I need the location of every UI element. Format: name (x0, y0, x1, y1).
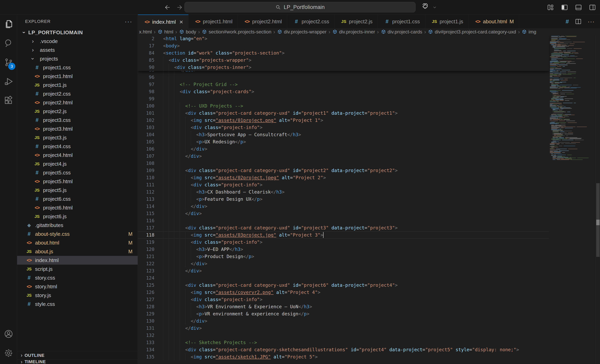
tab-about.html[interactable]: <>about.htmlM (469, 15, 519, 28)
file-item-project3.js[interactable]: JSproject3.js (17, 133, 138, 142)
command-center-search[interactable]: LP_Portfoliomain (185, 2, 415, 12)
file-item-project1.js[interactable]: JSproject1.js (17, 81, 138, 89)
toggle-primary-sidebar-icon[interactable] (561, 4, 568, 11)
file-item-project2.js[interactable]: JSproject2.js (17, 107, 138, 116)
code-line[interactable]: 119 <div class="project-info"> (138, 239, 549, 246)
file-item-.vscode[interactable]: ›.vscode (17, 37, 138, 46)
split-editor-icon[interactable] (575, 18, 582, 25)
customize-layout-icon[interactable] (547, 4, 554, 11)
toggle-panel-icon[interactable] (575, 4, 582, 11)
code-line[interactable]: 123 </div> (138, 267, 549, 274)
tab-project2.html[interactable]: <>project2.html (238, 15, 287, 28)
code-line[interactable]: 122 </div> (138, 260, 549, 267)
tab-project1.js[interactable]: JSproject1.js (425, 15, 469, 28)
sticky-line[interactable]: 84<section id="work" class="projects-sec… (138, 49, 549, 56)
file-item-project6.html[interactable]: <>project6.html (17, 203, 138, 212)
file-item-project2.html[interactable]: <>project2.html (17, 98, 138, 107)
outline-section-header[interactable]: › OUTLINE (17, 351, 138, 359)
file-item-index.html[interactable]: <>index.html (17, 256, 138, 265)
code-line[interactable]: 109 <div class="project-card category-ux… (138, 167, 549, 174)
code-line[interactable]: 115 </div> (138, 210, 549, 217)
code-line[interactable]: 135 <img src="assets/sketch1.JPG" alt="P… (138, 353, 549, 360)
code-line[interactable]: 106 </div> (138, 145, 549, 152)
sticky-line[interactable]: 17<body> (138, 42, 549, 49)
breadcrumb-item[interactable]: div.projects-wrapper (277, 29, 327, 35)
activity-search[interactable] (0, 34, 17, 53)
tab-project2.js[interactable]: JSproject2.js (335, 15, 378, 28)
file-item-project3.css[interactable]: #project3.css (17, 116, 138, 124)
file-item-project4.js[interactable]: JSproject4.js (17, 159, 138, 168)
file-item-.gitattributes[interactable]: ◆.gitattributes (17, 221, 138, 230)
file-item-project3.html[interactable]: <>project3.html (17, 124, 138, 133)
chevron-down-icon[interactable] (432, 5, 437, 10)
file-item-story.html[interactable]: <>story.html (17, 282, 138, 291)
tab-project2.css[interactable]: #project2.css (287, 15, 335, 28)
minimap[interactable] (549, 35, 596, 364)
breadcrumb-item[interactable]: img (522, 29, 536, 35)
activity-run-debug[interactable] (0, 72, 17, 91)
file-item-story.js[interactable]: JSstory.js (17, 291, 138, 300)
sticky-line[interactable]: 90 <div class="projects-inner"> (138, 64, 549, 71)
code-line[interactable]: 112 <h3>CX Dashboard – Clearisk</h3> (138, 188, 549, 196)
code-line[interactable]: 104 <h3>Sportscove App – Consultcraft</h… (138, 131, 549, 138)
hash-action-icon[interactable]: # (565, 18, 569, 25)
sticky-scroll[interactable]: 2<html lang="en">17<body>84<section id="… (138, 35, 549, 71)
code-line[interactable]: 124 (138, 274, 549, 281)
file-item-assets[interactable]: ›assets (17, 46, 138, 54)
code-line[interactable]: 97 <!-- Project Grid --> (138, 81, 549, 88)
tab-index.html[interactable]: <>index.html× (138, 15, 188, 29)
file-item-about-style.css[interactable]: #about-style.cssM (17, 230, 138, 238)
code-line[interactable]: 131 </div> (138, 325, 549, 332)
tab-project1.css[interactable]: #project1.css (378, 15, 425, 28)
tab-project1.html[interactable]: <>project1.html (188, 15, 238, 28)
code-editor[interactable]: 95 </div>9697 <!-- Project Grid -->98 <d… (138, 35, 600, 364)
code-line[interactable]: 110 <img src="assets/02project.jpeg" alt… (138, 174, 549, 181)
forward-arrow-icon[interactable] (177, 4, 183, 11)
code-line[interactable]: 107 </div> (138, 152, 549, 160)
code-line[interactable]: 99 (138, 95, 549, 102)
code-line[interactable]: 126 <img src="assets/covervr2.png" alt="… (138, 289, 549, 296)
file-item-about.js[interactable]: JSabout.jsM (17, 247, 138, 256)
file-item-projects[interactable]: ›projects (17, 54, 138, 63)
code-line[interactable]: 125 <div class="project-card category-ux… (138, 281, 549, 289)
file-item-script.js[interactable]: JSscript.js (17, 265, 138, 273)
timeline-section-header[interactable]: › TIMELINE (17, 359, 138, 364)
toggle-secondary-sidebar-icon[interactable] (589, 4, 596, 11)
breadcrumb-item[interactable]: body (179, 29, 196, 35)
code-line[interactable]: 127 <div class="project-info"> (138, 296, 549, 303)
code-line[interactable]: 103 <div class="project-info"> (138, 124, 549, 131)
more-actions-icon[interactable]: ··· (125, 18, 132, 25)
code-line[interactable]: 105 <p>UX Redesign</p> (138, 138, 549, 145)
file-item-project6.css[interactable]: #project6.css (17, 195, 138, 203)
code-line[interactable]: 96 (138, 74, 549, 81)
code-line[interactable]: 130 </div> (138, 317, 549, 325)
activity-extensions[interactable] (0, 91, 17, 110)
code-line[interactable]: 113 <p>Feature Design UX</p> (138, 196, 549, 203)
code-line[interactable]: 118 <img src="assets/03project.jpg" alt=… (138, 231, 549, 239)
more-actions-icon[interactable]: ··· (588, 18, 595, 25)
file-item-project5.js[interactable]: JSproject5.js (17, 186, 138, 195)
back-arrow-icon[interactable] (164, 4, 170, 11)
breadcrumb-item[interactable]: div#project3.project-card.category-uxd (428, 29, 516, 35)
code-line[interactable]: 134 <div class="project-card category-sk… (138, 346, 549, 353)
code-line[interactable]: 132 (138, 332, 549, 339)
code-line[interactable]: 121 <p>Product Design</p> (138, 253, 549, 260)
sticky-line[interactable]: 85 <div class="projects-wrapper"> (138, 56, 549, 64)
settings-gear-icon[interactable] (0, 344, 17, 363)
breadcrumb-item[interactable]: div.project-cards (381, 29, 422, 35)
code-line[interactable]: 111 <div class="project-info"> (138, 181, 549, 188)
file-item-story.css[interactable]: #story.css (17, 273, 138, 282)
file-item-project5.html[interactable]: <>project5.html (17, 177, 138, 186)
file-item-project4.css[interactable]: #project4.css (17, 142, 138, 151)
code-line[interactable]: 116 (138, 217, 549, 224)
breadcrumb-item[interactable]: html (158, 29, 173, 35)
file-item-style.css[interactable]: #style.css (17, 300, 138, 308)
breadcrumb-item[interactable]: x.html (139, 29, 152, 35)
file-item-project1.css[interactable]: #project1.css (17, 63, 138, 72)
code-line[interactable]: 120 <h3>V–ED APP</h3> (138, 246, 549, 253)
code-line[interactable]: 128 <h3>VR Environment & Experience – Uo… (138, 303, 549, 310)
code-line[interactable]: 108 (138, 160, 549, 167)
code-line[interactable]: 114 </div> (138, 203, 549, 210)
code-line[interactable]: 129 <p>VR environment & experience desig… (138, 310, 549, 317)
code-line[interactable]: 101 <div class="project-card category-ux… (138, 110, 549, 117)
